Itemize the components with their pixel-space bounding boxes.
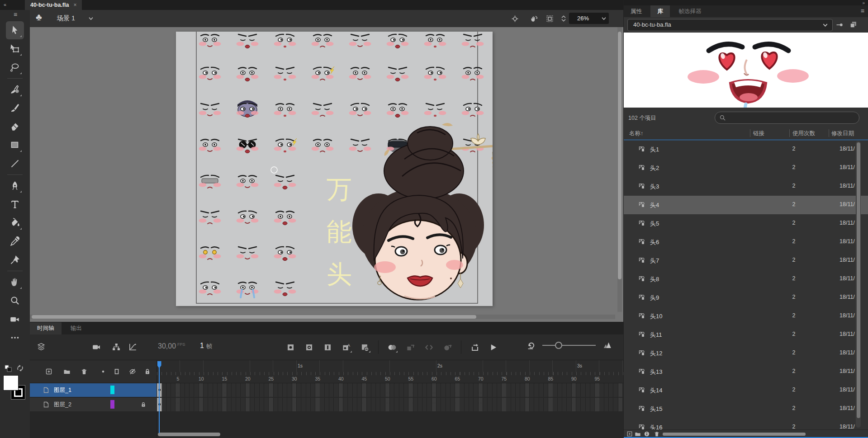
clip-content-icon[interactable] xyxy=(546,15,554,23)
library-item-row[interactable]: 头14218/11/ xyxy=(624,381,868,400)
expand-panels-icon[interactable]: » xyxy=(862,0,865,5)
pasteboard[interactable]: 万能头 xyxy=(30,27,624,322)
delete-frame-icon[interactable] xyxy=(360,343,369,352)
library-item-row[interactable]: 头1218/11/ xyxy=(624,140,868,159)
library-column-header[interactable]: 名称↑ 链接 使用次数 修改日期 xyxy=(624,127,868,140)
library-item-row[interactable]: 头15218/11/ xyxy=(624,400,868,418)
layer-row[interactable]: 图层_2 xyxy=(30,398,157,411)
item-name[interactable]: 头15 xyxy=(650,405,662,413)
item-name[interactable]: 头9 xyxy=(650,294,659,302)
item-name[interactable]: 头5 xyxy=(650,220,659,228)
swap-colors-icon[interactable] xyxy=(16,364,24,372)
stage-horizontal-scrollbar[interactable] xyxy=(30,315,615,319)
tool-classic-brush[interactable] xyxy=(6,99,24,117)
item-name[interactable]: 头6 xyxy=(650,238,659,246)
frame-grid[interactable]: 1s2s3s 510152025303540455055606570758085… xyxy=(157,360,624,438)
item-name[interactable]: 头4 xyxy=(650,201,659,209)
layer-color-swatch[interactable] xyxy=(110,400,114,409)
stage-canvas[interactable]: 万能头 xyxy=(176,32,493,306)
library-horizontal-scrollbar[interactable] xyxy=(663,433,806,436)
tab-properties[interactable]: 属性 xyxy=(624,5,649,17)
keyframe-cell[interactable] xyxy=(157,383,162,397)
play-icon[interactable] xyxy=(489,343,498,352)
hide-all-layers-icon[interactable] xyxy=(129,368,136,375)
collapse-panels-icon[interactable]: « xyxy=(4,2,6,7)
column-use-count[interactable]: 使用次数 xyxy=(792,130,815,137)
library-item-row[interactable]: 头7218/11/ xyxy=(624,251,868,270)
tool-paint-bucket[interactable] xyxy=(6,214,24,232)
toolbar-menu-icon[interactable]: ≡ xyxy=(14,11,17,18)
tool-text[interactable] xyxy=(6,195,24,213)
tool-zoom[interactable] xyxy=(6,292,24,310)
library-item-row[interactable]: 头2218/11/ xyxy=(624,159,868,177)
rotate-canvas-icon[interactable] xyxy=(530,15,538,23)
library-item-row[interactable]: 头6218/11/ xyxy=(624,233,868,251)
item-name[interactable]: 头1 xyxy=(650,146,659,154)
fit-timeline-icon[interactable] xyxy=(603,341,612,349)
motion-editor-icon[interactable] xyxy=(128,343,137,351)
tool-eyedropper[interactable] xyxy=(6,232,24,250)
center-stage-icon[interactable] xyxy=(511,15,519,23)
item-name[interactable]: 头13 xyxy=(650,368,662,376)
library-item-row[interactable]: 头8218/11/ xyxy=(624,270,868,288)
new-folder-icon[interactable] xyxy=(635,431,641,437)
timeline-ruler[interactable]: 1s2s3s 510152025303540455055606570758085… xyxy=(157,360,624,383)
timeline-horizontal-scrollbar[interactable] xyxy=(158,433,339,436)
tab-timeline[interactable]: 时间轴 xyxy=(30,322,62,334)
library-item-row[interactable]: 头5218/11/ xyxy=(624,214,868,233)
column-modified-date[interactable]: 修改日期 xyxy=(831,130,854,137)
item-name[interactable]: 头10 xyxy=(650,312,662,320)
onion-skin-icon[interactable] xyxy=(388,343,396,352)
panel-menu-icon[interactable]: ≡ xyxy=(861,7,864,14)
tab-library[interactable]: 库 xyxy=(650,5,670,17)
tool-free-transform[interactable] xyxy=(6,40,24,58)
item-name[interactable]: 头7 xyxy=(650,257,659,265)
library-item-row[interactable]: 头12218/11/ xyxy=(624,344,868,363)
pin-library-icon[interactable] xyxy=(835,21,844,28)
close-tab-icon[interactable]: × xyxy=(73,2,76,8)
layer-parenting-icon[interactable] xyxy=(112,343,120,351)
keyframe-cell[interactable] xyxy=(157,398,162,411)
reset-timeline-zoom-icon[interactable] xyxy=(526,341,535,349)
search-input[interactable] xyxy=(729,113,855,123)
default-colors-icon[interactable] xyxy=(4,364,12,372)
zoom-level-select[interactable]: 26% xyxy=(569,13,609,24)
item-name[interactable]: 头11 xyxy=(650,331,662,339)
new-folder-icon[interactable] xyxy=(63,368,71,375)
insert-keyframe-icon[interactable] xyxy=(286,343,295,352)
delete-item-icon[interactable] xyxy=(654,431,660,437)
item-name[interactable]: 头14 xyxy=(650,386,662,395)
layer-lock-icon[interactable] xyxy=(140,401,147,408)
scene-name[interactable]: 场景 1 xyxy=(57,14,75,23)
layer-row[interactable]: 图层_1 xyxy=(30,383,157,397)
slider-knob[interactable] xyxy=(555,342,562,349)
library-document-select[interactable]: 40-bc-tu-ba.fla xyxy=(627,19,833,31)
zoom-stepper[interactable] xyxy=(560,13,567,24)
add-camera-icon[interactable] xyxy=(92,343,100,351)
tool-hand[interactable] xyxy=(6,273,24,291)
highlight-layers-icon[interactable] xyxy=(100,368,107,375)
tool-pen[interactable] xyxy=(6,177,24,195)
delete-layer-icon[interactable] xyxy=(81,368,88,375)
frame-rate[interactable]: 30,00FPS xyxy=(158,342,185,350)
library-vertical-scrollbar[interactable] xyxy=(856,141,861,428)
tool-lasso[interactable] xyxy=(6,58,24,76)
tool-line[interactable] xyxy=(6,155,24,173)
layer-name[interactable]: 图层_2 xyxy=(54,401,71,409)
column-name[interactable]: 名称↑ xyxy=(629,130,643,137)
layer-frame-row[interactable] xyxy=(157,398,624,411)
auto-keyframe-icon[interactable]: A xyxy=(342,343,351,352)
fill-color-swatch[interactable] xyxy=(3,375,19,391)
lock-all-layers-icon[interactable] xyxy=(144,368,151,375)
item-name[interactable]: 头8 xyxy=(650,275,659,283)
outline-layers-icon[interactable] xyxy=(113,368,120,375)
layer-frame-row[interactable] xyxy=(157,383,624,397)
library-item-row[interactable]: 头11218/11/ xyxy=(624,325,868,344)
stage-vertical-scrollbar[interactable] xyxy=(617,27,622,312)
layer-color-swatch[interactable] xyxy=(110,386,114,394)
loop-icon[interactable] xyxy=(470,343,479,352)
timeline-zoom-slider[interactable] xyxy=(542,341,596,349)
item-properties-icon[interactable] xyxy=(644,431,650,437)
tool-pin[interactable] xyxy=(6,251,24,269)
add-layer-icon[interactable] xyxy=(45,368,52,375)
